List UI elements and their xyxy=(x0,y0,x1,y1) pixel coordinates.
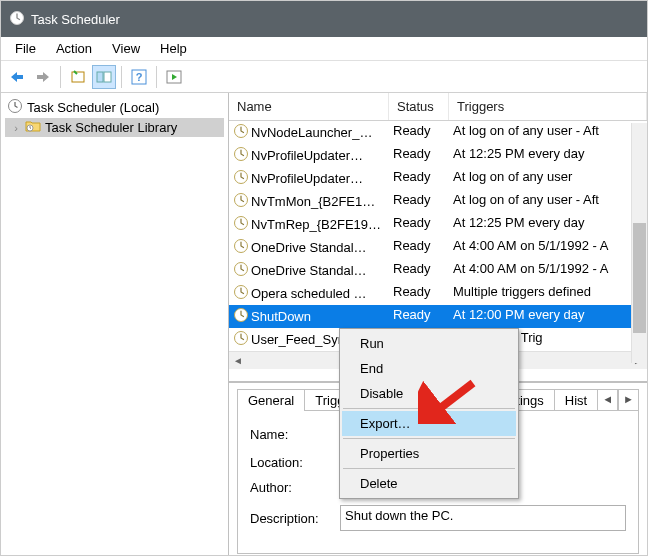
tree-root[interactable]: Task Scheduler (Local) xyxy=(5,97,224,118)
task-triggers: At 4:00 AM on 5/1/1992 - A xyxy=(449,260,631,281)
tab-history[interactable]: Hist xyxy=(554,389,598,411)
tab-scroll-left[interactable]: ◄ xyxy=(597,389,618,411)
task-name: OneDrive Standal… xyxy=(251,240,367,255)
task-name: NvProfileUpdater… xyxy=(251,171,363,186)
task-status: Ready xyxy=(389,191,449,212)
ctx-run[interactable]: Run xyxy=(342,331,516,356)
task-status: Ready xyxy=(389,122,449,143)
task-name: NvNodeLauncher_… xyxy=(251,125,372,140)
task-status: Ready xyxy=(389,214,449,235)
task-row[interactable]: NvProfileUpdater…ReadyAt 12:25 PM every … xyxy=(229,144,631,167)
task-name: Opera scheduled … xyxy=(251,286,367,301)
toolbar-button-2[interactable] xyxy=(92,65,116,89)
task-name: NvTmRep_{B2FE19… xyxy=(251,217,381,232)
clock-icon xyxy=(233,238,249,257)
tree-library[interactable]: › Task Scheduler Library xyxy=(5,118,224,137)
clock-icon xyxy=(233,215,249,234)
folder-icon xyxy=(25,119,41,136)
title-bar: Task Scheduler xyxy=(1,1,647,37)
task-name: NvTmMon_{B2FE1… xyxy=(251,194,375,209)
vertical-scrollbar[interactable] xyxy=(631,123,647,363)
task-triggers: At log on of any user - Aft xyxy=(449,191,631,212)
tab-scroll-right[interactable]: ► xyxy=(618,389,639,411)
menu-file[interactable]: File xyxy=(5,39,46,58)
task-name: ShutDown xyxy=(251,309,311,324)
clock-icon xyxy=(233,192,249,211)
ctx-disable[interactable]: Disable xyxy=(342,381,516,406)
location-label: Location: xyxy=(250,455,340,470)
ctx-properties[interactable]: Properties xyxy=(342,441,516,466)
toolbar: ? xyxy=(1,61,647,93)
task-row[interactable]: OneDrive Standal…ReadyAt 4:00 AM on 5/1/… xyxy=(229,236,631,259)
column-status[interactable]: Status xyxy=(389,93,449,120)
task-status: Ready xyxy=(389,237,449,258)
task-status: Ready xyxy=(389,145,449,166)
clock-icon xyxy=(7,98,23,117)
menu-bar: File Action View Help xyxy=(1,37,647,61)
menu-help[interactable]: Help xyxy=(150,39,197,58)
clock-icon xyxy=(233,169,249,188)
tree-library-label: Task Scheduler Library xyxy=(45,120,177,135)
task-row[interactable]: NvProfileUpdater…ReadyAt log on of any u… xyxy=(229,167,631,190)
task-triggers: At 4:00 AM on 5/1/1992 - A xyxy=(449,237,631,258)
context-menu: Run End Disable Export… Properties Delet… xyxy=(339,328,519,499)
back-button[interactable] xyxy=(5,65,29,89)
tab-general[interactable]: General xyxy=(237,389,305,411)
task-triggers: At 12:25 PM every day xyxy=(449,214,631,235)
svg-text:?: ? xyxy=(136,71,143,83)
task-row[interactable]: NvNodeLauncher_…ReadyAt log on of any us… xyxy=(229,121,631,144)
task-status: Ready xyxy=(389,283,449,304)
svg-rect-1 xyxy=(72,72,84,82)
clock-icon xyxy=(233,307,249,326)
task-triggers: Multiple triggers defined xyxy=(449,283,631,304)
task-row[interactable]: OneDrive Standal…ReadyAt 4:00 AM on 5/1/… xyxy=(229,259,631,282)
task-name: OneDrive Standal… xyxy=(251,263,367,278)
help-button[interactable]: ? xyxy=(127,65,151,89)
window-title: Task Scheduler xyxy=(31,12,120,27)
clock-icon xyxy=(9,10,25,29)
list-header: Name Status Triggers xyxy=(229,93,647,121)
menu-view[interactable]: View xyxy=(102,39,150,58)
task-row[interactable]: NvTmRep_{B2FE19…ReadyAt 12:25 PM every d… xyxy=(229,213,631,236)
ctx-export[interactable]: Export… xyxy=(342,411,516,436)
toolbar-button-3[interactable] xyxy=(162,65,186,89)
clock-icon xyxy=(233,261,249,280)
description-label: Description: xyxy=(250,511,340,526)
task-name: NvProfileUpdater… xyxy=(251,148,363,163)
svg-rect-3 xyxy=(104,72,111,82)
task-row[interactable]: Opera scheduled …ReadyMultiple triggers … xyxy=(229,282,631,305)
task-status: Ready xyxy=(389,168,449,189)
task-triggers: At log on of any user - Aft xyxy=(449,122,631,143)
ctx-end[interactable]: End xyxy=(342,356,516,381)
task-status: Ready xyxy=(389,260,449,281)
task-row[interactable]: ShutDownReadyAt 12:00 PM every day xyxy=(229,305,631,328)
svg-rect-2 xyxy=(97,72,103,82)
task-status: Ready xyxy=(389,306,449,327)
forward-button[interactable] xyxy=(31,65,55,89)
task-triggers: At 12:00 PM every day xyxy=(449,306,631,327)
chevron-right-icon: › xyxy=(7,122,25,134)
column-triggers[interactable]: Triggers xyxy=(449,93,647,120)
task-row[interactable]: NvTmMon_{B2FE1…ReadyAt log on of any use… xyxy=(229,190,631,213)
column-name[interactable]: Name xyxy=(229,93,389,120)
menu-action[interactable]: Action xyxy=(46,39,102,58)
clock-icon xyxy=(233,284,249,303)
tree-panel: Task Scheduler (Local) › Task Scheduler … xyxy=(1,93,229,555)
clock-icon xyxy=(233,330,249,349)
clock-icon xyxy=(233,123,249,142)
name-label: Name: xyxy=(250,427,340,442)
task-triggers: At 12:25 PM every day xyxy=(449,145,631,166)
scroll-left-icon[interactable]: ◄ xyxy=(229,353,247,369)
description-field[interactable]: Shut down the PC. xyxy=(340,505,626,531)
ctx-delete[interactable]: Delete xyxy=(342,471,516,496)
tree-root-label: Task Scheduler (Local) xyxy=(27,100,159,115)
author-label: Author: xyxy=(250,480,340,495)
task-triggers: At log on of any user xyxy=(449,168,631,189)
clock-icon xyxy=(233,146,249,165)
toolbar-button-1[interactable] xyxy=(66,65,90,89)
